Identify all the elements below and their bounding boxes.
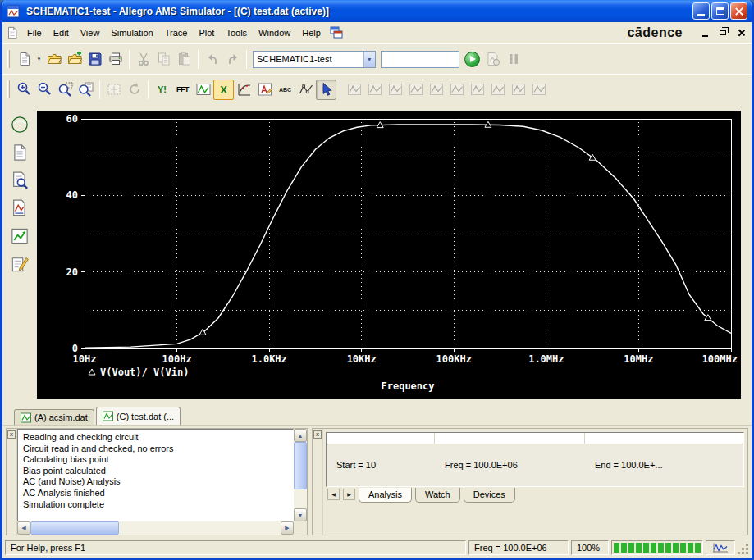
examine-output-button[interactable] (7, 168, 32, 193)
new-file-dropdown[interactable]: ▼ (34, 49, 43, 70)
combo-dropdown-icon[interactable]: ▼ (363, 52, 375, 67)
svg-text:100KHz: 100KHz (436, 353, 472, 365)
menu-edit[interactable]: Edit (48, 25, 75, 41)
print-button[interactable] (105, 49, 126, 70)
menu-trace[interactable]: Trace (159, 25, 194, 41)
tab-devices[interactable]: Devices (464, 488, 515, 503)
cursor-slope-button[interactable] (426, 80, 446, 100)
close-output-button[interactable]: x (7, 430, 16, 439)
menu-help[interactable]: Help (296, 25, 327, 41)
cursor-freeze-button[interactable] (364, 80, 385, 100)
tab-scroll-right-button[interactable]: ▶ (343, 489, 355, 500)
mark-data-points-icon (299, 82, 313, 97)
select-pointer-button[interactable] (316, 80, 336, 100)
resize-grip[interactable] (738, 540, 749, 555)
copy-button[interactable] (153, 49, 174, 70)
menu-tools[interactable]: Tools (220, 25, 253, 41)
paste-button[interactable] (174, 49, 194, 70)
cut-button[interactable] (133, 49, 153, 70)
cursor-peak-button[interactable] (385, 80, 405, 100)
activity-waveform-icon (711, 542, 729, 553)
output-log[interactable]: Reading and checking circuit Circuit rea… (17, 429, 294, 521)
goal-function-button[interactable] (234, 80, 254, 100)
horizontal-scroll-thumb[interactable] (30, 521, 119, 535)
vertical-scrollbar[interactable]: ▲ ▼ (294, 429, 307, 521)
menu-file[interactable]: File (21, 25, 48, 41)
toggle-cursor-button[interactable] (344, 80, 364, 100)
waveform-chart[interactable]: 020406010Hz100Hz1.0KHz10KHz100KHz1.0MHz1… (37, 111, 741, 399)
undo-button[interactable] (202, 49, 222, 70)
open-file-button[interactable] (43, 49, 64, 70)
menu-plot[interactable]: Plot (193, 25, 220, 41)
log-line: Bias point calculated (23, 466, 291, 477)
view-output-file-button[interactable] (7, 140, 32, 165)
close-sim-panel-button[interactable]: x (313, 430, 322, 439)
edit-profile-button[interactable] (482, 49, 503, 70)
log-x-axis-button[interactable]: X (213, 80, 234, 100)
append-file-button[interactable] (64, 49, 85, 70)
cursor-max-button[interactable] (467, 80, 487, 100)
cursor-point-button[interactable] (487, 80, 508, 100)
redraw-button[interactable] (124, 80, 144, 100)
insert-text-button[interactable]: ABC (275, 80, 295, 100)
bottom-panels: x Reading and checking circuit Circuit r… (2, 426, 752, 537)
cascade-windows-button[interactable] (327, 22, 347, 43)
view-area-button[interactable] (103, 80, 124, 100)
toolbar-grip[interactable] (7, 50, 10, 68)
close-button[interactable] (730, 2, 747, 20)
svg-text:10KHz: 10KHz (347, 353, 377, 365)
toolbar-grip[interactable] (7, 80, 10, 98)
minimize-button[interactable] (692, 2, 710, 20)
vertical-scroll-thumb[interactable] (294, 442, 307, 489)
active-design-input[interactable] (254, 52, 363, 67)
child-close-button[interactable] (733, 26, 748, 39)
menu-window[interactable]: Window (253, 25, 296, 41)
log-line: AC Analysis finished (23, 488, 291, 499)
cursor-search-button[interactable] (508, 80, 528, 100)
save-button[interactable] (85, 49, 105, 70)
mark-data-points-button[interactable] (295, 80, 316, 100)
scroll-left-button[interactable]: ◀ (17, 521, 30, 535)
fourier-button[interactable]: FFT (172, 80, 193, 100)
cursor-trough-button[interactable] (405, 80, 426, 100)
sim-panel-body: Start = 10 Freq = 100.0E+06 End = 100.0E… (323, 429, 747, 503)
pause-simulation-button[interactable] (503, 49, 523, 70)
menu-view[interactable]: View (75, 25, 106, 41)
maximize-button[interactable] (711, 2, 729, 20)
scroll-right-button[interactable]: ▶ (281, 521, 294, 535)
profile-input[interactable] (382, 52, 459, 67)
menu-simulation[interactable]: Simulation (105, 25, 158, 41)
text-label-button[interactable] (254, 80, 275, 100)
view-simulation-results-button[interactable] (7, 224, 32, 248)
zoom-in-button[interactable] (14, 80, 34, 100)
scroll-track[interactable] (119, 521, 281, 535)
cursor-min-button[interactable] (446, 80, 467, 100)
view-circuit-file-button[interactable] (7, 196, 32, 221)
scroll-up-button[interactable]: ▲ (294, 429, 307, 442)
tab-watch[interactable]: Watch (415, 488, 460, 503)
log-y-axis-button[interactable]: Y! (152, 80, 172, 100)
tab-scroll-left-button[interactable]: ◀ (327, 489, 340, 500)
redo-button[interactable] (222, 49, 243, 70)
scroll-track[interactable] (294, 489, 307, 508)
performance-analysis-button[interactable] (193, 80, 213, 100)
svg-text:Frequency: Frequency (381, 380, 434, 392)
child-minimize-button[interactable] (697, 26, 712, 39)
zoom-out-button[interactable] (34, 80, 55, 100)
new-file-button[interactable] (14, 49, 34, 70)
zoom-fit-icon (79, 82, 94, 97)
horizontal-scrollbar[interactable]: ◀ ▶ (17, 521, 294, 535)
simulation-queue-button[interactable] (7, 112, 32, 137)
run-simulation-button[interactable] (462, 49, 482, 70)
zoom-fit-button[interactable] (75, 80, 96, 100)
tab-acsim-dat[interactable]: (A) acsim.dat (14, 409, 94, 425)
scroll-down-button[interactable]: ▼ (294, 508, 307, 521)
child-restore-button[interactable] (715, 26, 730, 39)
tab-test-dat[interactable]: (C) test.dat (... (96, 407, 181, 425)
tab-analysis[interactable]: Analysis (359, 488, 412, 503)
zoom-area-button[interactable] (55, 80, 75, 100)
mark-label-button[interactable] (528, 80, 549, 100)
edit-settings-icon (11, 255, 29, 273)
title-bar[interactable]: SCHEMATIC1-test - Allegro AMS Simulator … (2, 0, 752, 22)
edit-simulation-settings-button[interactable] (7, 252, 32, 276)
